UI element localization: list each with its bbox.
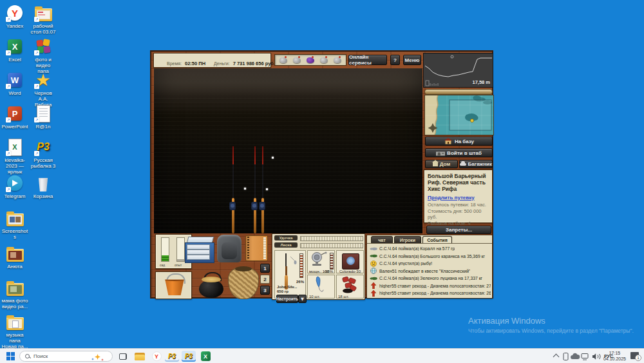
mouse-icon[interactable]	[320, 57, 328, 63]
desktop-icon-yandex[interactable]: Y Yandex	[1, 4, 28, 29]
gear-panel: Удочка Леска 26% John Silv... 650 гр Нас…	[272, 233, 365, 300]
desktop-icon-anyuta[interactable]: Анюта	[1, 244, 28, 270]
desktop-icon-folder-rabochiy-stol[interactable]: рабочий стол 03.07	[30, 4, 57, 35]
rod-slot-2-active[interactable]: 2	[260, 275, 270, 284]
help-button[interactable]: ?	[390, 55, 400, 65]
activation-subtitle: Чтобы активировать Windows, перейдите в …	[468, 328, 634, 334]
tray-time: 17:15	[603, 351, 626, 357]
tab-trunk[interactable]: Багажник	[459, 160, 493, 168]
line-cell[interactable]: Colorado-30	[336, 250, 364, 273]
tray-icons[interactable]	[563, 352, 603, 361]
taskbar-rf3-active-button[interactable]: Р3	[182, 351, 196, 362]
fish-icon	[369, 253, 377, 259]
lure-cell[interactable]: 10 шт.	[307, 275, 335, 299]
desktop-icon-russkaya-rybalka[interactable]: Р3 Русская рыбалка 3	[30, 138, 57, 169]
rod-slot-3[interactable]: 3	[260, 286, 270, 295]
yandex-icon: Y	[152, 351, 162, 361]
desktop-icon-label: Telegram	[1, 193, 28, 199]
chat-message: С.С.Ч.64 поймал(а) Зеленого луциана на 1…	[369, 275, 491, 282]
chat-message: Вален51 побеждает в квесте "Классический…	[369, 268, 491, 275]
clock[interactable]: 17:15 04.10.2025	[603, 351, 626, 362]
tab-players[interactable]: Игроки	[394, 236, 421, 243]
chat-message: С.С.Ч.64 поймал(а) Большого каранкса на …	[369, 253, 491, 260]
folder-icon	[5, 209, 24, 227]
ticket-remaining: Осталось путевки: 18 час.	[428, 202, 489, 208]
rod-dropdown-button[interactable]: ▼	[298, 295, 307, 303]
tackle-box-item[interactable]	[185, 237, 213, 262]
start-button[interactable]	[6, 352, 15, 360]
mouse-icon[interactable]	[334, 57, 341, 63]
recycle-bin-icon	[33, 174, 53, 192]
to-base-button[interactable]: На базу	[425, 137, 493, 146]
fishing-rod-1[interactable]	[231, 146, 236, 233]
fishing-rod-2[interactable]	[252, 146, 258, 233]
home-icon	[433, 162, 438, 166]
desktop-icon-screenshots[interactable]: Screenshots	[1, 209, 28, 240]
folder-icon	[135, 353, 145, 360]
rod-slot-1[interactable]: 1	[260, 264, 270, 273]
location-map[interactable]	[424, 95, 494, 135]
desktop-icon-label: R@1n	[30, 124, 57, 130]
mouse-icon[interactable]	[293, 57, 301, 63]
desktop-icon-telegram[interactable]: Telegram	[1, 174, 28, 199]
desktop-icon-mama-foto[interactable]: мама фото видео ра...	[1, 279, 28, 309]
desktop-icon-label: рабочий стол 03.07	[30, 23, 57, 35]
desktop-icon-label: Excel	[1, 57, 28, 63]
desktop-icon-klevalka[interactable]: X klevalka-2023 — ярлык	[1, 138, 28, 175]
tab-events-active[interactable]: События	[422, 236, 452, 243]
journal-item[interactable]	[245, 235, 268, 261]
extend-ticket-link[interactable]: Продлить путевку	[428, 195, 489, 201]
folder-icon	[5, 279, 24, 297]
tab-chat[interactable]: чат	[371, 236, 393, 243]
notification-center-button[interactable]: 1	[630, 352, 639, 359]
creel-item[interactable]	[228, 267, 259, 299]
bait-cell[interactable]: 18 шт.	[336, 275, 364, 299]
rod-cell[interactable]: 26% John Silv... 650 гр Настроить ▼	[274, 250, 306, 299]
line-spool-icon	[342, 253, 359, 270]
money-value: 7 731 986 656 руб.	[233, 61, 275, 66]
file-explorer-button[interactable]	[133, 351, 147, 362]
desktop-icon-r1n[interactable]: R@1n	[30, 104, 57, 130]
configure-button[interactable]: Настроить	[276, 295, 298, 303]
mouse-icon[interactable]	[279, 57, 287, 63]
search-icon	[25, 354, 30, 359]
bucket-icon	[164, 278, 185, 295]
depth-value: 17,58 m	[472, 79, 490, 85]
desktop-icon-foto-video-papa[interactable]: фото и видео папа	[30, 37, 57, 75]
cauldron-item[interactable]	[198, 272, 225, 298]
taskbar-yandex-button[interactable]: Y	[149, 351, 164, 362]
desktop-icon-recycle-bin[interactable]: Корзина	[30, 174, 57, 199]
fishing-rod-3[interactable]	[260, 146, 265, 233]
telegram-icon	[5, 174, 24, 192]
mouse-icon-purple[interactable]	[307, 57, 314, 63]
taskbar-rf3-button[interactable]: Р3	[165, 351, 179, 362]
reel-icon	[309, 251, 328, 267]
bans-button[interactable]: Запреты...	[426, 226, 491, 234]
menu-button[interactable]: Меню	[403, 55, 421, 65]
copilot-sparkle-icon	[95, 354, 100, 360]
line-durability-label: Леска	[274, 242, 298, 248]
desktop-icon-chernov-rabota[interactable]: ★ Чернов А.А. Работа	[30, 71, 57, 108]
reel-cell[interactable]: мощн.: 100 -98%	[307, 250, 335, 273]
day-cost: Стоимость дня: 500 000 руб.	[428, 208, 489, 220]
desktop-icon-label: мама фото видео ра...	[1, 298, 28, 309]
game-window-russian-fishing: Время: 02:50 ПН Деньги: 7 731 986 656 ру…	[150, 50, 493, 299]
record-arrow-icon	[369, 282, 377, 289]
bait-bucket-panel[interactable]	[155, 271, 192, 299]
game-scene-night-sea[interactable]	[154, 68, 422, 233]
backpack-item[interactable]	[217, 235, 242, 262]
desktop-icon-powerpoint[interactable]: P PowerPoint	[1, 104, 28, 130]
task-view-button[interactable]	[116, 351, 130, 362]
taskbar-excel-button[interactable]: X	[198, 351, 213, 362]
desktop-icon-label: Word	[1, 90, 28, 96]
online-services-button[interactable]: Онлайн сервисы	[348, 55, 387, 65]
tab-home[interactable]: Дом	[425, 160, 458, 168]
search-input[interactable]: Поиск	[19, 351, 113, 362]
desktop-icon-excel[interactable]: X Excel	[1, 37, 28, 63]
enter-hq-button[interactable]: Войти в штаб	[425, 148, 493, 157]
bar1-label: сад	[160, 263, 165, 267]
desktop-icon-word[interactable]: W Word	[1, 71, 28, 96]
tray-expand-chevron[interactable]	[553, 354, 560, 360]
desktop-icon-muzyka-papa[interactable]: музыка папа Новая па...	[1, 313, 28, 350]
rod-durability-bar	[300, 236, 363, 241]
